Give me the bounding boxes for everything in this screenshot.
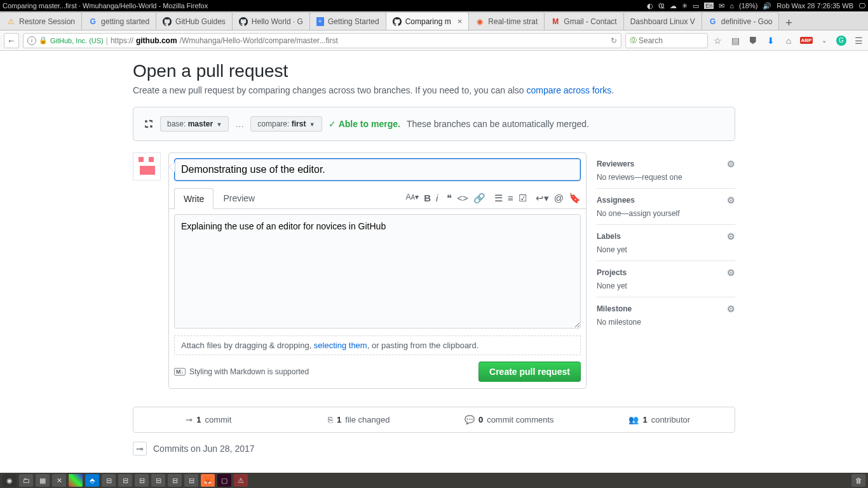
markdown-icon: M↓ [174,368,186,376]
url-bar[interactable]: i 🔒 GitHub, Inc. (US) | https://github.c… [23,33,621,48]
file-diff-icon: ⎘ [328,415,333,424]
compare-box: base: master ▼ … compare: first ▼ ✓Able … [133,107,735,141]
close-icon[interactable]: × [458,17,463,26]
site-identity: GitHub, Inc. (US) [50,37,104,44]
bookmark-icon[interactable]: 🔖 [569,193,581,204]
ol-icon[interactable]: ≡ [508,193,513,204]
write-tab[interactable]: Write [174,188,214,209]
avatar [133,152,161,180]
merge-detail: These branches can be automatically merg… [407,119,589,129]
heading-icon[interactable]: AA▾ [405,193,419,204]
url-prefix: https:// [111,36,133,45]
gear-icon[interactable]: ⚙ [727,159,735,169]
select-files-link[interactable]: selecting them [314,341,367,350]
back-button[interactable]: ← [4,33,19,48]
labels-section: Labels⚙ None yet [597,225,735,261]
quote-icon[interactable]: ❝ [447,193,452,204]
menu-icon[interactable]: ☰ [853,35,864,46]
projects-section: Projects⚙ None yet [597,261,735,297]
cloud-icon: ☁ [670,2,677,10]
pr-body-input[interactable] [174,214,581,329]
ellipsis-icon: … [235,119,244,129]
ul-icon[interactable]: ☰ [494,193,503,204]
download-icon[interactable]: ⬇ [765,35,776,46]
github-icon [163,17,172,26]
tab-definitive[interactable]: Gdefinitive - Goo [702,12,780,30]
commit-icon: ⊸ [186,415,193,424]
stat-commits[interactable]: ⊸1commit [133,407,284,432]
search-input[interactable] [639,36,703,45]
github-icon [393,17,402,26]
library-icon[interactable]: ▤ [729,35,741,46]
keyboard-icon: En [704,3,714,9]
search-engine-icon: Ⓠ [630,36,637,45]
lock-icon: 🔒 [39,36,48,44]
people-icon: 👥 [628,415,639,424]
tab-github-guides[interactable]: GitHub Guides [156,12,233,30]
projects-value: None yet [597,281,735,290]
gmail-icon: M [551,17,560,26]
gear-icon[interactable]: ⚙ [727,304,735,314]
reviewers-section: Reviewers⚙ No reviews—request one [597,152,735,189]
stat-comments[interactable]: 💬0commit comments [434,407,585,432]
volume-icon: 🔊 [763,2,771,10]
grammarly-icon[interactable]: G [836,36,846,46]
task-icon[interactable]: ☑ [519,193,527,204]
mail-icon: ✉ [719,2,724,10]
gear-icon[interactable]: ⚙ [727,195,735,205]
attach-hint[interactable]: Attach files by dragging & dropping, sel… [174,336,581,355]
italic-icon[interactable]: i [436,193,438,204]
tab-docs[interactable]: ≡Getting Started [309,12,386,30]
github-icon [239,17,248,26]
reload-icon[interactable]: ↻ [611,36,617,45]
swirl-icon: Ҩ [658,2,665,10]
browser-search[interactable]: Ⓠ [625,33,708,48]
code-icon[interactable]: <> [457,193,468,204]
reviewers-value: No reviews—request one [597,173,735,182]
battery-pct: (18%) [739,2,757,10]
assignees-value[interactable]: No one—assign yourself [597,209,735,218]
ubuntu-icon: ◉ [475,17,484,26]
git-compare-icon [144,119,154,129]
tab-hello-world[interactable]: Hello World · G [232,12,310,30]
tab-restore[interactable]: ⚠Restore Session [0,12,82,30]
star-icon[interactable]: ☆ [712,35,723,46]
info-icon[interactable]: i [27,36,36,45]
tab-comparing[interactable]: Comparing m× [386,12,470,30]
page-subtitle: Create a new pull request by comparing c… [133,85,735,95]
commits-date-header: ⊸ Commits on Jun 28, 2017 [133,442,735,456]
pr-title-input[interactable] [174,158,581,181]
url-domain: github.com [136,36,177,45]
tab-gmail[interactable]: MGmail - Contact [544,12,623,30]
browser-tabs: ⚠Restore Session Ggetting started GitHub… [0,11,868,30]
preview-tab[interactable]: Preview [214,187,264,208]
link-icon[interactable]: 🔗 [473,193,485,204]
moon-icon: ◐ [647,2,653,10]
stat-files[interactable]: ⎘1file changed [284,407,435,432]
stat-contributors[interactable]: 👥1contributor [585,407,735,432]
abp-icon[interactable]: ABP [801,35,812,46]
tab-realtime[interactable]: ◉Real-time strat [468,12,545,30]
reply-icon[interactable]: ↩▾ [536,193,549,204]
chat-icon: ▭ [693,2,699,10]
page-title: Open a pull request [133,61,735,81]
gear-icon[interactable]: ⚙ [727,231,735,241]
pocket-icon[interactable]: ⛊ [747,35,759,46]
base-branch-button[interactable]: base: master ▼ [160,116,229,132]
compare-forks-link[interactable]: compare across forks [526,85,611,95]
chevron-down-icon[interactable]: ⌄ [818,35,830,46]
tab-getting-started[interactable]: Ggetting started [81,12,156,30]
new-tab-button[interactable]: + [779,17,798,30]
create-pr-button[interactable]: Create pull request [478,362,581,382]
compare-branch-button[interactable]: compare: first ▼ [250,116,322,132]
markdown-hint[interactable]: M↓ Styling with Markdown is supported [174,367,309,376]
mention-icon[interactable]: @ [554,193,564,204]
check-icon: ✓ [329,119,336,129]
bold-icon[interactable]: B [424,193,431,204]
merge-status: ✓Able to merge. [329,119,400,129]
warning-icon: ⚠ [6,17,15,26]
tab-dashboard[interactable]: Dashboard Linux V [623,12,702,30]
gear-icon[interactable]: ⚙ [727,268,735,278]
milestone-section: Milestone⚙ No milestone [597,297,735,333]
home-icon[interactable]: ⌂ [783,35,794,46]
